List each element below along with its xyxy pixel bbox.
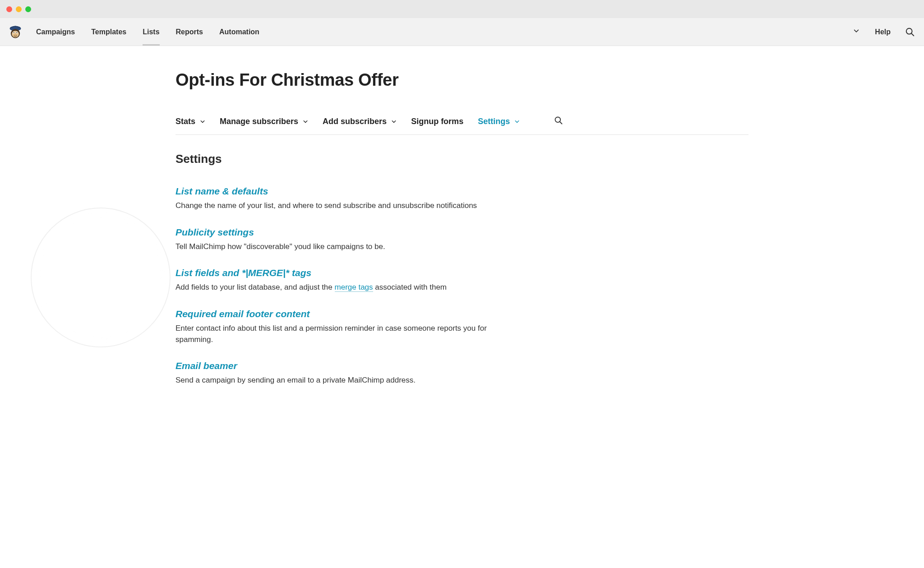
highlight-ring-overlay — [31, 208, 171, 347]
subtab-signup-forms[interactable]: Signup forms — [411, 117, 463, 126]
nav-items: Campaigns Templates Lists Reports Automa… — [36, 19, 850, 45]
settings-item-desc: Send a campaign by sending an email to a… — [176, 375, 518, 386]
subtab-settings[interactable]: Settings — [478, 117, 520, 126]
page-title: Opt-ins For Christmas Offer — [176, 70, 748, 90]
subtab-stats[interactable]: Stats — [176, 117, 205, 126]
settings-item-merge-tags: List fields and *|MERGE|* tags Add field… — [176, 268, 518, 293]
top-nav: Campaigns Templates Lists Reports Automa… — [0, 18, 924, 46]
settings-item-title[interactable]: List name & defaults — [176, 186, 518, 197]
nav-templates[interactable]: Templates — [91, 19, 126, 45]
subtab-add-subscribers[interactable]: Add subscribers — [323, 117, 397, 126]
subtab-label: Add subscribers — [323, 117, 387, 126]
settings-item-title[interactable]: Publicity settings — [176, 227, 518, 238]
settings-item-publicity: Publicity settings Tell MailChimp how "d… — [176, 227, 518, 253]
brand-logo[interactable] — [7, 24, 23, 40]
global-search-button[interactable] — [903, 25, 917, 39]
subtab-label: Manage subscribers — [220, 117, 298, 126]
nav-automation[interactable]: Automation — [219, 19, 259, 45]
settings-item-list-name-defaults: List name & defaults Change the name of … — [176, 186, 518, 212]
subtab-manage-subscribers[interactable]: Manage subscribers — [220, 117, 308, 126]
settings-item-title[interactable]: List fields and *|MERGE|* tags — [176, 268, 518, 278]
svg-line-11 — [560, 121, 562, 124]
help-link[interactable]: Help — [875, 28, 891, 36]
merge-tags-link[interactable]: merge tags — [335, 283, 373, 292]
nav-reports[interactable]: Reports — [176, 19, 203, 45]
fullscreen-window-dot[interactable] — [25, 6, 31, 12]
settings-item-desc: Change the name of your list, and where … — [176, 200, 518, 212]
svg-point-6 — [16, 32, 17, 33]
settings-item-desc: Add fields to your list database, and ad… — [176, 282, 518, 293]
nav-lists[interactable]: Lists — [143, 19, 159, 45]
settings-item-title[interactable]: Email beamer — [176, 360, 518, 371]
subtab-label: Settings — [478, 117, 510, 126]
subtab-label: Signup forms — [411, 117, 463, 126]
settings-item-desc: Enter contact info about this list and a… — [176, 323, 518, 345]
subtab-label: Stats — [176, 117, 195, 126]
chevron-down-icon — [514, 119, 520, 125]
account-menu-caret[interactable] — [850, 25, 862, 39]
close-window-dot[interactable] — [6, 6, 12, 12]
svg-line-9 — [911, 33, 914, 36]
settings-item-email-beamer: Email beamer Send a campaign by sending … — [176, 360, 518, 386]
chevron-down-icon — [200, 119, 205, 125]
main-container: Opt-ins For Christmas Offer Stats Manage… — [166, 70, 758, 386]
nav-campaigns[interactable]: Campaigns — [36, 19, 75, 45]
settings-item-footer-content: Required email footer content Enter cont… — [176, 309, 518, 345]
minimize-window-dot[interactable] — [16, 6, 22, 12]
settings-item-desc: Tell MailChimp how "discoverable" youd l… — [176, 241, 518, 253]
settings-item-title[interactable]: Required email footer content — [176, 309, 518, 319]
list-search-button[interactable] — [554, 116, 563, 125]
window-titlebar — [0, 0, 924, 18]
chevron-down-icon — [303, 119, 308, 125]
subtabs-row: Stats Manage subscribers Add subscribers… — [176, 117, 748, 135]
nav-right: Help — [850, 25, 917, 39]
svg-point-4 — [14, 32, 14, 33]
section-heading: Settings — [176, 152, 748, 166]
chevron-down-icon — [391, 119, 397, 125]
